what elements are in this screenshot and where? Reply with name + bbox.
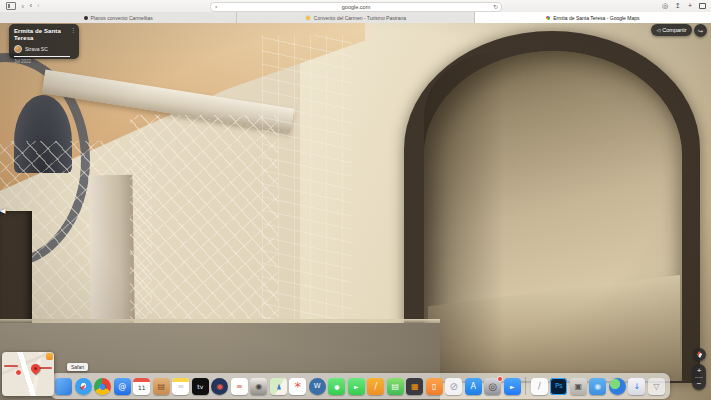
- zoom-control: + −: [692, 364, 706, 390]
- dock-blocked-app-icon[interactable]: ⊘: [445, 378, 462, 395]
- scene-vignette: [0, 23, 711, 400]
- dock-globe-app-icon[interactable]: [609, 378, 626, 395]
- dock-books-icon[interactable]: ▯: [426, 378, 443, 395]
- screen: ∨ ‹ › ● google.com ↻ ◎ ↥ + Planos conven…: [0, 0, 711, 400]
- dock-finder-icon[interactable]: [55, 378, 72, 395]
- more-options-icon[interactable]: ⋮: [70, 27, 76, 33]
- map-place-label: [4, 365, 18, 367]
- chevron-down-icon[interactable]: ∨: [21, 0, 25, 12]
- dock-contacts-icon[interactable]: ▤: [153, 378, 170, 395]
- dock-game-center-icon[interactable]: ◉: [211, 378, 228, 395]
- dock-safari-icon[interactable]: ►: [75, 378, 92, 395]
- tab-favicon-yellow: [305, 15, 311, 21]
- calendar-top-strip: [133, 378, 150, 382]
- dock-numbers-icon[interactable]: ▤: [387, 378, 404, 395]
- tab-label: Convento del Carmen - Turismo Pastrana: [314, 15, 406, 21]
- dock-scanner-app-icon[interactable]: ▣: [570, 378, 587, 395]
- new-tab-icon[interactable]: +: [688, 0, 692, 12]
- dock-mail-icon[interactable]: @: [114, 378, 131, 395]
- street-view-panorama[interactable]: [0, 23, 711, 400]
- share-label: Compartir: [662, 24, 686, 36]
- tab-bar: Planos convento Carmelitas Convento del …: [0, 12, 711, 23]
- dock-photo-booth-icon[interactable]: ◉: [250, 378, 267, 395]
- place-info-card[interactable]: Ermita de Santa Teresa ⋮ Strava SC Jul 2…: [9, 24, 79, 59]
- dock-trash-icon[interactable]: ▽: [648, 378, 665, 395]
- tab-label: Planos convento Carmelitas: [91, 15, 153, 21]
- dock-items: ►●@11▤≡tv◉≡◉►*W●►/▤▦▯⊘A◎►/Ps▣◉↓▽: [55, 373, 665, 399]
- dock-folder-icon[interactable]: ◉: [589, 378, 606, 395]
- map-pin-icon[interactable]: [29, 362, 42, 375]
- compass-control[interactable]: [693, 348, 706, 361]
- compass-needle-icon: [696, 351, 704, 359]
- dock-messages-icon[interactable]: ●: [328, 378, 345, 395]
- dock-wordpress-icon[interactable]: W: [309, 378, 326, 395]
- tab-label: Ermita de Santa Teresa - Google Maps: [553, 15, 639, 21]
- card-divider: [14, 56, 70, 57]
- author-avatar: [14, 45, 22, 53]
- dock-calculator-icon[interactable]: ▦: [406, 378, 423, 395]
- address-bar[interactable]: ● google.com ↻: [210, 2, 502, 12]
- dock-photoshop-icon[interactable]: Ps: [550, 378, 567, 395]
- privacy-report-icon[interactable]: ◎: [662, 0, 668, 12]
- expand-icon: ↪: [698, 27, 703, 34]
- back-button[interactable]: ‹: [30, 0, 32, 12]
- zoom-in-button[interactable]: +: [692, 364, 706, 377]
- url-text: google.com: [342, 3, 370, 11]
- tab-planos-convento[interactable]: Planos convento Carmelitas: [0, 12, 237, 23]
- dock-downloads-icon[interactable]: ↓: [628, 378, 645, 395]
- share-arrow-icon: ◁: [656, 24, 660, 36]
- dock-system-settings-icon[interactable]: ◎: [484, 378, 501, 395]
- reload-icon[interactable]: ↻: [493, 3, 498, 11]
- tab-convento-carmen[interactable]: Convento del Carmen - Turismo Pastrana: [237, 12, 474, 23]
- tab-favicon-dark: [84, 16, 88, 20]
- dock-app-store-icon[interactable]: A: [465, 378, 482, 395]
- tab-overview-icon[interactable]: [699, 3, 706, 9]
- share-icon[interactable]: ↥: [675, 0, 681, 12]
- dock-zoom-app-icon[interactable]: ►: [504, 378, 521, 395]
- dock-reminders-icon[interactable]: ≡: [231, 378, 248, 395]
- dock-notes-icon[interactable]: ≡: [172, 378, 189, 395]
- tab-ermita-santa-teresa[interactable]: Ermita de Santa Teresa - Google Maps: [475, 12, 711, 23]
- notification-badge: [497, 376, 503, 382]
- notes-top-strip: [172, 378, 189, 382]
- dock-photos-icon[interactable]: *: [289, 378, 306, 395]
- share-button[interactable]: ◁ Compartir: [651, 24, 692, 36]
- zoom-out-button[interactable]: −: [692, 378, 706, 391]
- dock-facetime-icon[interactable]: ►: [348, 378, 365, 395]
- dock-pencil-app-icon[interactable]: /: [531, 378, 548, 395]
- capture-date: Jul 2022: [14, 59, 75, 64]
- site-privacy-icon: ●: [215, 3, 217, 11]
- dock-maps-icon[interactable]: ►: [270, 378, 287, 395]
- pegman-corner-icon[interactable]: [46, 353, 53, 360]
- tab-favicon-google-maps: [546, 16, 550, 20]
- sidebar-toggle-icon[interactable]: [6, 2, 16, 10]
- author-name[interactable]: Strava SC: [25, 46, 48, 52]
- dock-calendar-icon[interactable]: 11: [133, 378, 150, 395]
- expand-button[interactable]: ↪: [694, 24, 707, 37]
- forward-button[interactable]: ›: [37, 0, 39, 12]
- dock-pages-icon[interactable]: /: [367, 378, 384, 395]
- dock-divider: [525, 377, 526, 395]
- dock-apple-tv-icon[interactable]: tv: [192, 378, 209, 395]
- dock: ►●@11▤≡tv◉≡◉►*W●►/▤▦▯⊘A◎►/Ps▣◉↓▽: [50, 373, 670, 399]
- place-title: Ermita de Santa Teresa: [14, 28, 75, 42]
- mini-map[interactable]: [2, 352, 54, 396]
- safari-tooltip: Safari: [67, 363, 88, 371]
- current-location-marker: [15, 369, 22, 376]
- panel-collapse-arrow[interactable]: ◀: [0, 204, 5, 218]
- dock-chrome-icon[interactable]: ●: [94, 378, 111, 395]
